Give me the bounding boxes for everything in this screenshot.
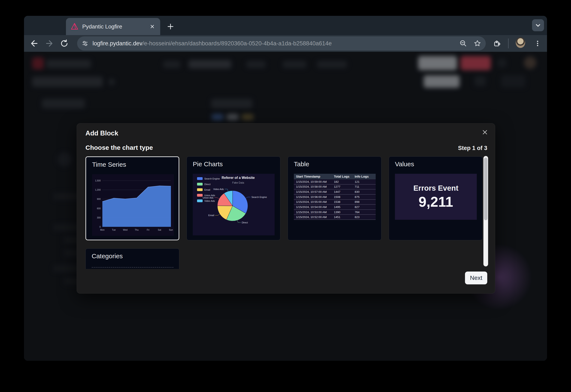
table-cell: 1/15/2024, 10:58:00 AM <box>296 185 334 188</box>
value-label: Errors Event <box>413 184 458 192</box>
y-axis-label: 600 <box>97 207 101 210</box>
table-cell: 1277 <box>334 185 355 188</box>
value-number: 9,211 <box>419 194 453 210</box>
table-cell: 1538 <box>334 200 355 203</box>
area-chart: 03006009001,2001,500MonTueWedThuFriSatSu… <box>92 174 174 236</box>
tab-close-icon[interactable] <box>149 23 156 30</box>
site-settings-icon[interactable] <box>81 40 89 47</box>
table-cell: 1508 <box>334 195 355 198</box>
table-row: 1/15/2024, 10:52:00 AM1451823 <box>294 215 376 220</box>
card-title: Values <box>395 160 414 168</box>
card-values[interactable]: Values Errors Event 9,211 <box>389 156 483 240</box>
table-cell: 1/15/2024, 10:57:00 AM <box>296 190 334 194</box>
back-button[interactable] <box>29 39 39 48</box>
x-axis-label: Fri <box>147 228 149 231</box>
next-button[interactable]: Next <box>465 272 487 284</box>
table-cell: 875 <box>355 195 376 198</box>
profile-avatar[interactable] <box>516 38 525 47</box>
table-row: 1/15/2024, 10:53:00 AM1390764 <box>294 210 376 215</box>
table-header-row: Start TimestampTotal LogsInfo Logs <box>294 174 376 179</box>
card-time-series[interactable]: Time Series 03006009001,2001,500MonTueWe… <box>86 156 179 240</box>
chevron-down-icon <box>534 21 542 29</box>
table-cell: 711 <box>355 185 376 188</box>
url-text[interactable]: logfire.pydantic.dev/e-hosseini/ehsan/da… <box>92 40 459 47</box>
pie-leader-line <box>214 198 219 199</box>
pie-label: Search Engine <box>251 196 267 198</box>
legend-label: Video Ads <box>204 200 215 202</box>
table-preview: Start TimestampTotal LogsInfo Logs1/15/2… <box>294 174 376 220</box>
legend-swatch <box>197 194 203 197</box>
legend-label: Search Engine <box>204 177 220 180</box>
forward-button[interactable] <box>44 39 54 48</box>
extensions-button[interactable] <box>492 39 502 48</box>
card-table[interactable]: Table Start TimestampTotal LogsInfo Logs… <box>288 156 381 240</box>
pie-chart: Referer of a WebsiteFake DataSearch Engi… <box>193 174 275 235</box>
zoom-out-icon[interactable] <box>459 39 467 47</box>
table-cell: 764 <box>355 210 376 214</box>
toolbar-divider <box>508 39 509 48</box>
legend-swatch <box>197 199 203 202</box>
table-row: 1/15/2024, 10:55:00 AM1538898 <box>294 200 376 205</box>
url-bar[interactable]: logfire.pydantic.dev/e-hosseini/ehsan/da… <box>77 36 486 51</box>
avatar-photo <box>516 37 525 48</box>
browser-window: Pydantic Logfire <box>24 16 547 361</box>
modal-subtitle: Choose the chart type <box>86 144 153 151</box>
table-cell: 898 <box>355 200 376 203</box>
table-cell: 1495 <box>334 205 355 209</box>
bookmark-star-icon[interactable] <box>473 39 482 47</box>
new-tab-button[interactable] <box>165 21 176 32</box>
pie-leader-line <box>225 189 228 192</box>
card-pie-charts[interactable]: Pie Charts Referer of a WebsiteFake Data… <box>187 156 280 240</box>
area-fill <box>102 186 171 227</box>
table-cell: 121 <box>355 180 376 183</box>
table-cell: 1/15/2024, 10:56:00 AM <box>296 195 334 198</box>
table-cell: 827 <box>355 205 376 209</box>
table-cell: 1/15/2024, 10:52:00 AM <box>296 215 334 219</box>
url-path: /e-hosseini/ehsan/dashboards/8920360a-05… <box>142 40 332 47</box>
screenshot-stage: Pydantic Logfire <box>0 0 571 392</box>
pie-preview: Referer of a WebsiteFake DataSearch Engi… <box>193 174 275 235</box>
table-cell: 1447 <box>334 190 355 194</box>
pie-label: Email <box>208 214 214 217</box>
pie-title: Referer of a Website <box>222 176 255 180</box>
pie-subtitle: Fake Data <box>232 181 244 184</box>
browser-toolbar: logfire.pydantic.dev/e-hosseini/ehsan/da… <box>24 35 547 52</box>
card-categories[interactable]: Categories <box>86 248 179 269</box>
plus-icon <box>166 22 175 31</box>
page-content: Add Block Choose the chart type Step 1 o… <box>24 52 547 361</box>
y-axis-label: 300 <box>97 216 101 219</box>
table-cell: 823 <box>355 215 376 219</box>
pie-leader-line <box>215 214 220 215</box>
url-domain: logfire.pydantic.dev <box>92 40 142 47</box>
card-title: Time Series <box>92 161 126 168</box>
kebab-menu-icon <box>534 40 542 47</box>
modal-scrollbar-track[interactable] <box>483 156 488 266</box>
modal-close-icon[interactable] <box>481 129 489 136</box>
table-cell: 182 <box>334 180 355 183</box>
browser-tab[interactable]: Pydantic Logfire <box>66 18 160 35</box>
time-series-preview: 03006009001,2001,500MonTueWedThuFriSatSu… <box>92 174 174 236</box>
modal-title: Add Block <box>86 129 118 137</box>
y-axis-label: 1,200 <box>95 189 101 191</box>
chart-type-grid: Time Series 03006009001,2001,500MonTueWe… <box>86 156 489 269</box>
table-cell: 830 <box>355 190 376 194</box>
x-axis-label: Sun <box>169 228 173 231</box>
tab-title: Pydantic Logfire <box>82 23 149 30</box>
pie-label: Video Ads <box>213 188 224 190</box>
back-arrow-icon <box>29 39 39 48</box>
legend-label: Direct <box>204 183 211 185</box>
pie-leader-line <box>246 197 251 198</box>
tab-search-button[interactable] <box>532 19 544 31</box>
reload-button[interactable] <box>59 39 69 48</box>
table-header-cell: Start Timestamp <box>296 175 334 178</box>
legend-swatch <box>197 177 203 180</box>
modal-scrollbar-thumb[interactable] <box>484 158 487 220</box>
table-row: 1/15/2024, 10:57:00 AM1447830 <box>294 189 376 195</box>
browser-menu-button[interactable] <box>533 39 542 48</box>
logfire-favicon <box>71 23 78 30</box>
add-block-modal: Add Block Choose the chart type Step 1 o… <box>77 123 495 294</box>
pie-label: Direct <box>242 221 248 224</box>
x-axis-label: Thu <box>135 228 139 231</box>
table-row: 1/15/2024, 10:54:00 AM1495827 <box>294 205 376 210</box>
legend-swatch <box>197 188 203 191</box>
